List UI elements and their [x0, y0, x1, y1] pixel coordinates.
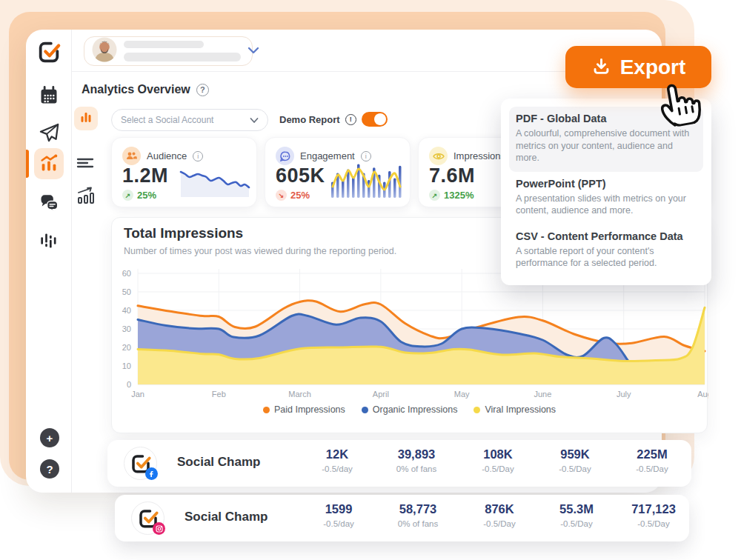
svg-text:Aug: Aug: [697, 390, 708, 399]
toggle-knob: [374, 113, 386, 125]
menu-item-csv[interactable]: CSV - Content Performance Data A sortabl…: [509, 224, 703, 277]
subrail-item-overview[interactable]: [74, 107, 98, 130]
svg-text:10: 10: [122, 361, 131, 370]
metric-value: 12K: [297, 447, 377, 461]
card-value: 7.6M: [429, 164, 475, 187]
engagement-sparkline: [330, 159, 404, 200]
account-row-facebook[interactable]: Social Champ 12K-0.5/day 39,8930% of fan…: [107, 440, 691, 487]
help-icon[interactable]: ?: [196, 84, 209, 96]
metric-value: 39,893: [376, 447, 456, 461]
hand-cursor-icon: [652, 76, 708, 130]
audio-waves-icon: [39, 230, 59, 253]
svg-text:April: April: [373, 390, 389, 399]
metric-value: 876K: [459, 502, 539, 516]
impressions-eye-icon: [429, 147, 448, 165]
sidebar-item-publish[interactable]: [36, 120, 62, 147]
page: + ? Analytics Overview ?: [0, 0, 741, 560]
demo-report-label: Demo Report: [279, 114, 340, 125]
metric-value: 959K: [535, 447, 615, 461]
social-account-select[interactable]: Select a Social Account: [111, 109, 268, 131]
active-nav-indicator: [26, 150, 29, 178]
bar-chart-icon: [79, 110, 93, 127]
card-label: Impressions: [453, 150, 505, 161]
download-icon: [591, 56, 611, 79]
list-lines-icon: [76, 160, 94, 171]
svg-text:Jan: Jan: [131, 390, 144, 399]
menu-item-description: A colourful, comprehensive document with…: [516, 127, 697, 164]
card-value: 1.2M: [122, 164, 168, 187]
metric-sub: -0.5/Day: [458, 464, 538, 473]
chevron-down-icon: [247, 44, 259, 58]
legend-dot-icon: [263, 407, 270, 413]
social-champ-logo: [124, 447, 157, 480]
paper-plane-icon: [39, 122, 59, 145]
account-selector[interactable]: [84, 36, 253, 66]
subrail-item-growth[interactable]: [76, 187, 96, 207]
demo-report-row: Demo Report !: [279, 112, 388, 127]
social-champ-logo: [131, 501, 165, 535]
sidebar-item-calendar[interactable]: [36, 83, 62, 110]
metric-value: 55.3M: [536, 502, 617, 516]
demo-report-toggle[interactable]: [362, 112, 388, 127]
menu-item-description: A sortable report of your content's perf…: [516, 245, 697, 270]
chevron-down-icon: [250, 113, 259, 127]
account-name: Social Champ: [185, 510, 268, 524]
legend-dot-icon: [473, 407, 480, 413]
trend-down-icon: ↘: [276, 190, 287, 201]
avatar: [92, 37, 117, 65]
trend-up-icon: ↗: [429, 190, 440, 201]
metric-sub: -0.5/day: [297, 464, 377, 473]
select-placeholder: Select a Social Account: [121, 115, 213, 125]
sidebar: + ?: [26, 30, 72, 493]
svg-text:30: 30: [122, 324, 131, 333]
calendar-icon: [39, 85, 59, 108]
sidebar-item-listening[interactable]: [36, 228, 62, 255]
account-name: Social Champ: [177, 455, 260, 470]
metric-value: 1599: [299, 502, 379, 516]
legend-item: Organic Impressions: [362, 404, 458, 415]
menu-item-description: A presentation slides with metrics on yo…: [516, 193, 697, 217]
facebook-icon: [145, 467, 158, 480]
menu-item-ppt[interactable]: PowerPoint (PPT) A presentation slides w…: [509, 172, 703, 224]
app-logo[interactable]: [36, 40, 62, 67]
metric-sub: 0% of fans: [378, 519, 458, 528]
page-title-row: Analytics Overview ?: [82, 83, 209, 96]
svg-text:60: 60: [122, 269, 131, 278]
metric-sub: 0% of fans: [376, 464, 456, 473]
metric-sub: -0.5/day: [299, 519, 379, 528]
sidebar-item-analytics[interactable]: [36, 150, 62, 177]
sidebar-item-engage[interactable]: [36, 191, 62, 218]
svg-text:June: June: [534, 390, 551, 399]
create-post-button[interactable]: +: [40, 428, 59, 447]
menu-item-title: PowerPoint (PPT): [516, 178, 697, 190]
card-value: 605K: [276, 164, 325, 187]
svg-text:July: July: [617, 390, 631, 399]
growth-bars-icon: [76, 196, 96, 207]
subrail-item-summary[interactable]: [76, 157, 94, 171]
page-title: Analytics Overview: [82, 83, 190, 96]
metric-sub: -0.5/Day: [536, 519, 617, 528]
svg-text:40: 40: [122, 306, 131, 315]
legend-item: Viral Impressions: [473, 404, 556, 415]
help-button[interactable]: ?: [40, 459, 59, 479]
trend-up-icon: ↗: [122, 190, 133, 201]
info-icon: !: [345, 114, 356, 125]
chat-bubbles-icon: [39, 193, 59, 216]
account-row-instagram[interactable]: Social Champ 1599-0.5/day 58,7730% of fa…: [115, 495, 689, 541]
question-icon: ?: [46, 463, 53, 476]
plus-icon: +: [47, 432, 53, 444]
chart-title: Total Impressions: [124, 225, 243, 241]
svg-text:20: 20: [122, 343, 131, 352]
metric-card-engagement: Engagement i 605K ↘25%: [265, 137, 411, 207]
metric-sub: -0.5/Day: [614, 519, 694, 528]
export-button-label: Export: [620, 56, 686, 79]
svg-text:0: 0: [127, 380, 131, 389]
analytics-chart-icon: [39, 153, 59, 176]
metric-value: 58,773: [378, 502, 458, 516]
legend-dot-icon: [362, 407, 368, 413]
card-change: 25%: [137, 190, 156, 201]
metric-sub: -0.5/Day: [612, 464, 692, 473]
export-dropdown-menu: PDF - Global Data A colourful, comprehen…: [501, 99, 711, 285]
engagement-icon: [276, 147, 294, 165]
card-change: 1325%: [444, 190, 473, 201]
